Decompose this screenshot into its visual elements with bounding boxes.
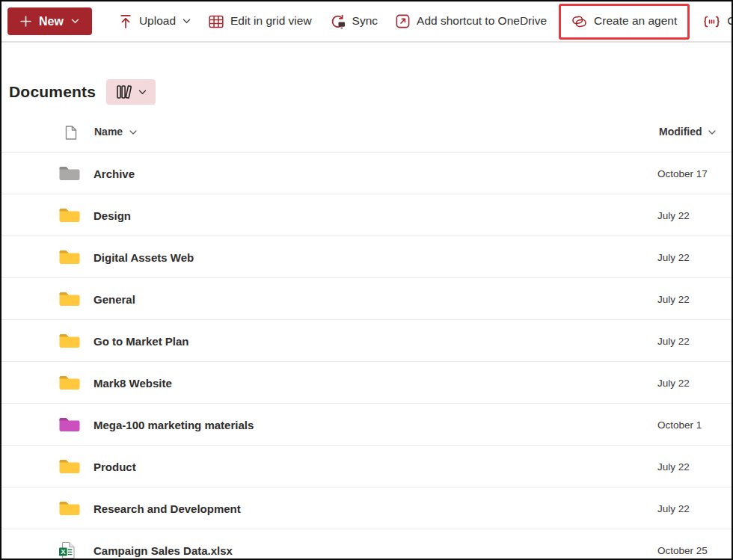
folder-yellow-icon: [58, 290, 81, 308]
item-modified-date: July 22: [657, 502, 690, 514]
toolbar-overflow-item[interactable]: C: [694, 7, 733, 37]
modified-column-label: Modified: [659, 126, 702, 138]
item-modified-date: October 25: [657, 544, 708, 556]
table-row[interactable]: Mega-100 marketing materials October 1: [1, 404, 732, 446]
item-modified-date: October 17: [657, 167, 708, 179]
item-modified-date: October 1: [657, 419, 702, 430]
add-shortcut-to-onedrive-label: Add shortcut to OneDrive: [417, 14, 547, 28]
copilot-icon: [571, 14, 587, 29]
item-name-link[interactable]: Mark8 Website: [93, 376, 172, 389]
item-name-link[interactable]: Product: [93, 460, 136, 473]
sync-button[interactable]: Sync: [321, 7, 387, 37]
chevron-down-icon: [129, 130, 137, 135]
table-row[interactable]: X Campaign Sales Data.xlsx October 25: [1, 529, 732, 560]
item-modified-date: July 22: [657, 335, 690, 346]
chevron-down-icon: [183, 19, 191, 24]
table-row[interactable]: Archive October 17: [1, 153, 732, 194]
table-row[interactable]: Research and Development July 22: [1, 487, 732, 529]
item-modified-date: July 22: [657, 461, 690, 472]
plus-icon: [20, 16, 31, 27]
edit-in-grid-view-button[interactable]: Edit in grid view: [200, 7, 321, 37]
new-button[interactable]: New: [7, 7, 92, 35]
modified-column-header[interactable]: Modified: [659, 126, 716, 138]
grid-icon: [209, 15, 224, 28]
folder-yellow-icon: [58, 332, 81, 350]
table-row[interactable]: Product July 22: [1, 446, 732, 487]
folder-yellow-icon: [58, 248, 81, 266]
table-row[interactable]: Design July 22: [1, 194, 732, 236]
item-name-link[interactable]: Archive: [93, 167, 135, 179]
name-column-label: Name: [94, 126, 123, 138]
toolbar-divider: [1, 41, 732, 43]
folder-gray-icon: [58, 164, 81, 182]
upload-label: Upload: [139, 14, 176, 28]
folder-magenta-icon: [58, 416, 81, 434]
excel-file-icon: X: [58, 541, 76, 559]
sync-icon: [330, 14, 346, 29]
item-modified-date: July 22: [657, 209, 690, 221]
shortcut-arrow-icon: [396, 14, 410, 28]
create-an-agent-label: Create an agent: [594, 14, 677, 28]
add-shortcut-to-onedrive-button[interactable]: Add shortcut to OneDrive: [387, 7, 556, 37]
documents-table: Name Modified Archive October 17 Design …: [1, 113, 732, 560]
page-title: Documents: [9, 83, 96, 101]
item-modified-date: July 22: [657, 377, 690, 388]
item-name-link[interactable]: General: [93, 292, 135, 305]
toolbar-overflow-label: C: [727, 14, 733, 28]
table-row[interactable]: Digital Assets Web July 22: [1, 236, 732, 278]
create-agent-annotation-box: Create an agent: [559, 4, 690, 40]
item-name-link[interactable]: Go to Market Plan: [93, 334, 189, 347]
name-column-header[interactable]: Name: [94, 126, 137, 138]
table-row[interactable]: Mark8 Website July 22: [1, 362, 732, 404]
command-bar: New Upload Edit in grid view Sync: [1, 1, 733, 41]
folder-yellow-icon: [58, 458, 81, 476]
table-row[interactable]: General July 22: [1, 278, 732, 320]
chevron-down-icon: [708, 130, 716, 135]
sharepoint-document-library: New Upload Edit in grid view Sync: [0, 0, 733, 560]
folder-yellow-icon: [58, 206, 81, 224]
new-button-label: New: [39, 15, 64, 28]
sync-label: Sync: [352, 14, 378, 28]
library-books-icon: [116, 84, 132, 99]
chevron-down-icon: [71, 19, 79, 24]
upload-button[interactable]: Upload: [110, 7, 200, 37]
file-type-column-icon[interactable]: [64, 125, 78, 141]
table-body: Archive October 17 Design July 22 Digita…: [1, 153, 732, 560]
create-an-agent-button[interactable]: Create an agent: [562, 7, 686, 37]
upload-icon: [119, 13, 132, 29]
folder-yellow-icon: [58, 374, 81, 392]
item-modified-date: July 22: [657, 251, 690, 262]
item-name-link[interactable]: Research and Development: [93, 502, 241, 514]
item-modified-date: July 22: [657, 293, 690, 304]
view-selector-button[interactable]: [106, 79, 156, 105]
table-row[interactable]: Go to Market Plan July 22: [1, 320, 732, 362]
item-name-link[interactable]: Campaign Sales Data.xlsx: [93, 544, 233, 556]
chevron-down-icon: [138, 90, 147, 95]
table-header-row: Name Modified: [1, 113, 732, 153]
svg-text:X: X: [61, 547, 66, 556]
item-name-link[interactable]: Digital Assets Web: [93, 250, 194, 263]
integrate-icon: [703, 14, 720, 29]
folder-yellow-icon: [58, 499, 81, 517]
item-name-link[interactable]: Mega-100 marketing materials: [93, 418, 254, 431]
library-header: Documents: [9, 79, 732, 105]
item-name-link[interactable]: Design: [93, 209, 131, 221]
edit-in-grid-view-label: Edit in grid view: [230, 14, 312, 28]
